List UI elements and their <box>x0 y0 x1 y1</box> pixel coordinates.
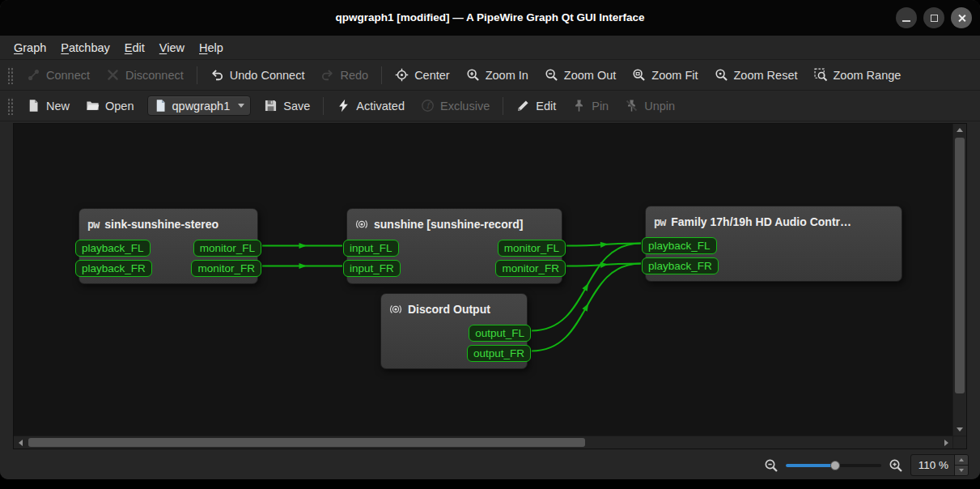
maximize-button[interactable] <box>923 7 944 28</box>
zoom-step-down-button[interactable] <box>955 465 968 475</box>
port-playback_FR[interactable]: playback_FR <box>642 257 719 274</box>
vertical-scroll-thumb[interactable] <box>955 138 965 393</box>
zoom-out-icon <box>545 68 558 82</box>
port-playback_FL[interactable]: playback_FL <box>642 237 717 254</box>
node-title: sink-sunshine-stereo <box>104 218 218 231</box>
port-input_FL[interactable]: input_FL <box>343 240 399 257</box>
menu-edit[interactable]: Edit <box>117 39 152 57</box>
patchbay-profile-combobox[interactable]: qpwgraph1 <box>147 96 252 116</box>
new-icon <box>27 99 40 113</box>
zoom-step-up-button[interactable] <box>955 455 968 465</box>
patchbay-edit-button[interactable]: Edit <box>509 95 563 117</box>
zoom-fit-button[interactable]: Zoom Fit <box>625 64 705 86</box>
graph-canvas[interactable]: pwsink-sunshine-stereoplayback_FLmonitor… <box>14 124 952 436</box>
port-input_FR[interactable]: input_FR <box>343 260 401 277</box>
arrow-up-icon <box>957 128 963 132</box>
toolbar-separator <box>503 97 503 115</box>
node-header: sunshine [sunshine-record] <box>347 209 562 238</box>
menu-patchbay[interactable]: Patchbay <box>53 39 117 57</box>
graph-node-sunshine[interactable]: sunshine [sunshine-record]input_FLmonito… <box>346 208 562 284</box>
button-label: Zoom Range <box>834 69 902 82</box>
patchbay-activated-button[interactable]: Activated <box>329 95 412 117</box>
undo-connect-button[interactable]: Undo Connect <box>203 64 312 86</box>
disconnect-button[interactable]: Disconnect <box>99 64 191 86</box>
port-row: output_FL <box>381 323 527 343</box>
node-title: Family 17h/19h HD Audio Contr… <box>671 215 851 228</box>
zoom-value[interactable]: 110 % <box>911 455 954 475</box>
patchbay-open-button[interactable]: Open <box>78 95 141 117</box>
button-label: Edit <box>536 100 556 113</box>
port-monitor_FR[interactable]: monitor_FR <box>495 260 566 277</box>
arrow-right-icon <box>944 440 948 446</box>
connection-arrow-icon <box>299 263 308 269</box>
disconnect-icon <box>106 68 120 82</box>
minimize-button[interactable] <box>896 7 917 28</box>
horizontal-scrollbar[interactable] <box>14 436 952 449</box>
patchbay-unpin-button[interactable]: Unpin <box>617 95 682 117</box>
zoom-slider-handle[interactable] <box>830 461 840 470</box>
patchbay-pin-button[interactable]: Pin <box>565 95 616 117</box>
zoom-range-button[interactable]: Zoom Range <box>807 64 909 86</box>
port-monitor_FR[interactable]: monitor_FR <box>191 260 261 277</box>
patchbay-new-button[interactable]: New <box>19 95 77 117</box>
scroll-down-button[interactable] <box>953 423 966 436</box>
arrow-down-icon <box>959 469 964 472</box>
center-icon <box>395 68 409 82</box>
connection-arrow-icon <box>582 283 588 291</box>
scroll-up-button[interactable] <box>953 124 966 136</box>
button-label: Zoom Out <box>564 69 616 82</box>
close-button[interactable] <box>951 7 972 28</box>
graph-node-family-audio[interactable]: pwFamily 17h/19h HD Audio Contr…playback… <box>645 206 902 282</box>
zoom-in-icon <box>466 68 480 82</box>
toolbar-handle[interactable] <box>6 66 13 84</box>
center-button[interactable]: Center <box>388 64 457 86</box>
chevron-down-icon <box>238 104 244 108</box>
zoom-in-button[interactable] <box>889 458 903 473</box>
port-playback_FL[interactable]: playback_FL <box>75 240 151 257</box>
port-output_FR[interactable]: output_FR <box>467 345 531 362</box>
zoom-reset-icon <box>715 68 728 82</box>
port-monitor_FL[interactable]: monitor_FL <box>193 240 261 257</box>
port-output_FL[interactable]: output_FL <box>469 325 531 342</box>
vertical-scroll-track[interactable] <box>953 136 966 423</box>
menu-view[interactable]: View <box>152 39 192 57</box>
menu-graph[interactable]: Graph <box>6 39 53 57</box>
port-monitor_FL[interactable]: monitor_FL <box>498 240 566 257</box>
connect-button[interactable]: Connect <box>19 64 97 86</box>
button-label: Zoom Reset <box>734 69 798 82</box>
graph-node-sink-sunshine-stereo[interactable]: pwsink-sunshine-stereoplayback_FLmonitor… <box>78 208 258 284</box>
button-label: Zoom Fit <box>651 69 698 82</box>
scroll-left-button[interactable] <box>14 436 27 449</box>
node-ports: input_FLmonitor_FLinput_FRmonitor_FR <box>347 238 562 283</box>
patchbay-exclusive-button[interactable]: fExclusive <box>414 95 497 117</box>
port-playback_FR[interactable]: playback_FR <box>75 260 152 277</box>
scroll-right-button[interactable] <box>940 436 952 449</box>
redo-button[interactable]: Redo <box>313 64 375 86</box>
node-header: pwFamily 17h/19h HD Audio Contr… <box>646 206 902 236</box>
port-row: input_FLmonitor_FL <box>347 238 562 258</box>
zoom-spinbox[interactable]: 110 % <box>910 454 969 476</box>
horizontal-scroll-thumb[interactable] <box>28 438 585 447</box>
vertical-scrollbar[interactable] <box>952 124 966 436</box>
button-label: New <box>46 100 70 113</box>
menu-help[interactable]: Help <box>192 39 231 57</box>
graph-node-discord-output[interactable]: Discord Outputoutput_FLoutput_FR <box>380 293 528 369</box>
zoom-out-button[interactable] <box>764 458 778 473</box>
toolbar-handle[interactable] <box>6 97 13 115</box>
monitor-icon <box>389 303 402 316</box>
window-controls <box>896 7 972 28</box>
toolbar-patchbay: NewOpenqpwgraph1SaveActivatedfExclusiveE… <box>0 91 980 121</box>
zoom-slider[interactable] <box>786 458 881 472</box>
undo-icon <box>210 68 224 82</box>
zoom-reset-button[interactable]: Zoom Reset <box>707 64 805 86</box>
pin-icon <box>572 99 586 113</box>
horizontal-scroll-track[interactable] <box>27 436 940 449</box>
arrow-left-icon <box>19 440 23 446</box>
zoom-out-button[interactable]: Zoom Out <box>537 64 623 86</box>
button-label: Open <box>105 100 134 113</box>
patchbay-save-button[interactable]: Save <box>257 95 317 117</box>
zoom-in-button[interactable]: Zoom In <box>459 64 536 86</box>
port-row: playback_FL <box>646 236 902 256</box>
title-bar[interactable]: qpwgraph1 [modified] — A PipeWire Graph … <box>0 0 980 36</box>
status-bar: 110 % <box>0 451 980 479</box>
